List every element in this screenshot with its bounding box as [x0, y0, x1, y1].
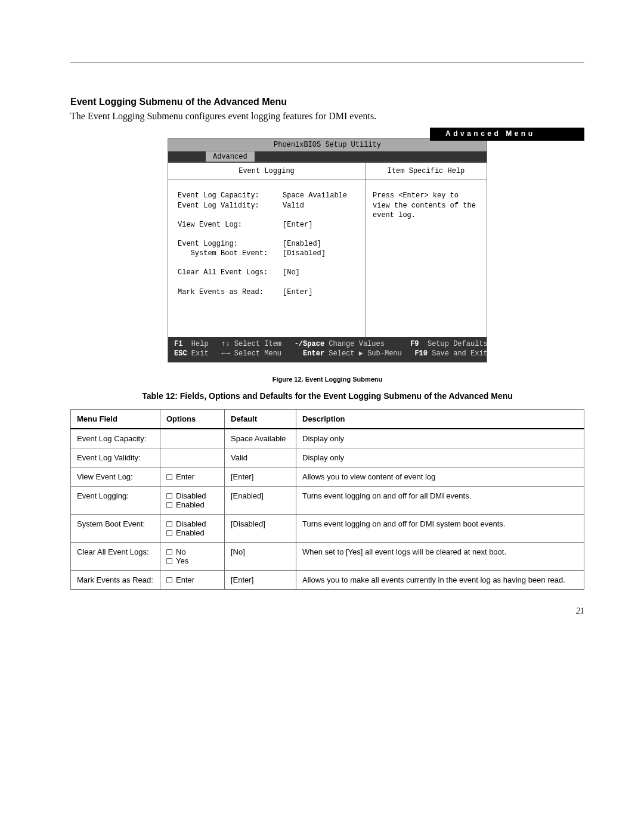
field-value: Space Available	[283, 191, 347, 200]
options-table: Menu Field Options Default Description E…	[70, 409, 584, 590]
section-title: Event Logging Submenu of the Advanced Me…	[70, 97, 584, 107]
table-row: Event Logging:Disabled Enabled[Enabled]T…	[71, 486, 584, 514]
field-value: [No]	[283, 268, 300, 277]
figure-caption: Figure 12. Event Logging Submenu	[70, 376, 584, 383]
table-row: Event Log Validity:ValidDisplay only	[71, 448, 584, 467]
table-row: Mark Events as Read:Enter[Enter]Allows y…	[71, 570, 584, 589]
cell-description: Turns event logging on and off for all D…	[296, 486, 584, 514]
cell-options: Disabled Enabled	[160, 514, 225, 542]
cell-menu-field: Event Log Validity:	[71, 448, 160, 467]
cell-options: Disabled Enabled	[160, 486, 225, 514]
cell-options	[160, 448, 225, 467]
field-value: [Enter]	[283, 220, 312, 230]
cell-default: Space Available	[225, 429, 296, 448]
tab-advanced: Advanced	[206, 151, 255, 162]
th-menu-field: Menu Field	[71, 409, 160, 429]
cell-menu-field: Event Log Capacity:	[71, 429, 160, 448]
cell-options	[160, 429, 225, 448]
page-number: 21	[70, 606, 584, 616]
field-value: [Disabled]	[283, 249, 326, 258]
table-row: View Event Log:Enter[Enter]Allows you to…	[71, 467, 584, 486]
cell-menu-field: Event Logging:	[71, 486, 160, 514]
field-label: Clear All Event Logs:	[178, 268, 283, 277]
th-description: Description	[296, 409, 584, 429]
cell-default: [Enabled]	[225, 486, 296, 514]
bios-help-text: Press <Enter> key to view the contents o…	[366, 180, 487, 231]
bios-tabs: Advanced	[168, 151, 487, 162]
table-row: System Boot Event:Disabled Enabled[Disab…	[71, 514, 584, 542]
field-label: Event Log Capacity:	[178, 191, 283, 200]
th-options: Options	[160, 409, 225, 429]
running-header: Advanced Menu	[430, 128, 584, 141]
cell-default: [Disabled]	[225, 514, 296, 542]
cell-default: [Enter]	[225, 570, 296, 589]
field-value: Valid	[283, 201, 304, 210]
cell-default: Valid	[225, 448, 296, 467]
bios-title: PhoenixBIOS Setup Utility	[168, 139, 487, 151]
field-label: Event Logging:	[178, 239, 283, 249]
cell-description: Display only	[296, 429, 584, 448]
cell-description: Allows you to make all events currently …	[296, 570, 584, 589]
cell-default: [No]	[225, 542, 296, 570]
cell-default: [Enter]	[225, 467, 296, 486]
cell-menu-field: Clear All Event Logs:	[71, 542, 160, 570]
cell-options: Enter	[160, 467, 225, 486]
cell-description: Allows you to view content of event log	[296, 467, 584, 486]
field-label: View Event Log:	[178, 220, 283, 230]
cell-description: When set to [Yes] all event logs will be…	[296, 542, 584, 570]
cell-options: Enter	[160, 570, 225, 589]
field-label: Mark Events as Read:	[178, 287, 283, 297]
cell-menu-field: View Event Log:	[71, 467, 160, 486]
bios-footer: F1 Help ↑↓ Select Item -/Space Change Va…	[168, 337, 487, 361]
field-label: System Boot Event:	[178, 249, 283, 258]
cell-menu-field: System Boot Event:	[71, 514, 160, 542]
bios-right-heading: Item Specific Help	[366, 163, 487, 180]
field-value: [Enter]	[283, 287, 312, 297]
table-row: Event Log Capacity:Space AvailableDispla…	[71, 429, 584, 448]
cell-options: No Yes	[160, 542, 225, 570]
field-label: Event Log Validity:	[178, 201, 283, 210]
cell-description: Turns event logging on and off for DMI s…	[296, 514, 584, 542]
table-caption: Table 12: Fields, Options and Defaults f…	[70, 391, 584, 401]
cell-menu-field: Mark Events as Read:	[71, 570, 160, 589]
th-default: Default	[225, 409, 296, 429]
intro-paragraph: The Event Logging Submenu configures eve…	[70, 111, 584, 122]
bios-left-heading: Event Logging	[168, 163, 365, 180]
field-value: [Enabled]	[283, 239, 321, 249]
table-row: Clear All Event Logs:No Yes[No]When set …	[71, 542, 584, 570]
cell-description: Display only	[296, 448, 584, 467]
bios-screenshot: PhoenixBIOS Setup Utility Advanced Event…	[168, 138, 487, 363]
